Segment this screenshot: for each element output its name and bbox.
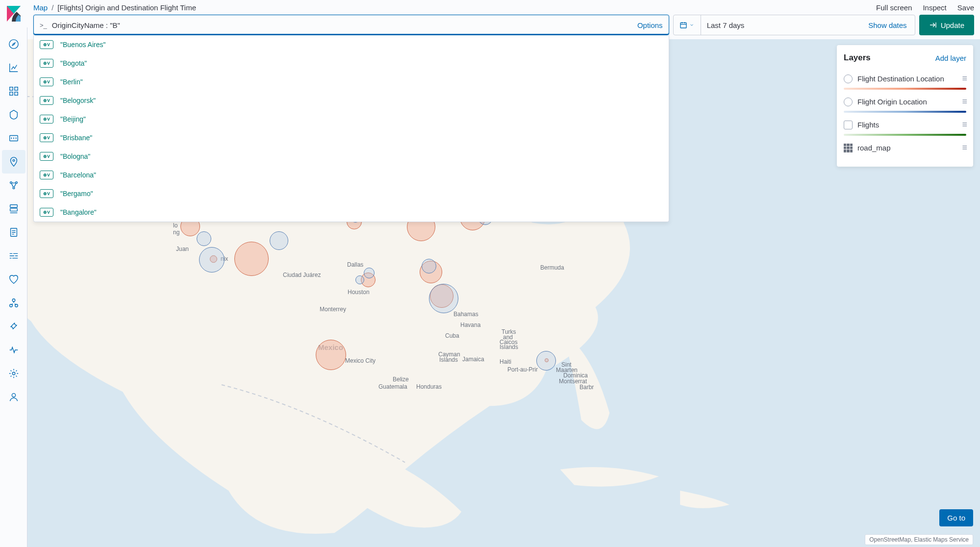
date-range-picker[interactable]: Last 7 days Show dates [673, 15, 915, 35]
fullscreen-button[interactable]: Full screen [876, 3, 912, 12]
show-dates[interactable]: Show dates [860, 21, 914, 29]
map-label: Guatemala [378, 383, 407, 390]
orig-circle[interactable] [536, 351, 556, 371]
svg-rect-10 [10, 205, 17, 208]
suggestion-item[interactable]: ⊕V"Bogota" [34, 54, 669, 73]
svg-rect-4 [14, 92, 17, 95]
kibana-logo[interactable] [0, 0, 27, 27]
suggestion-item[interactable]: ⊕V"Bangalore" [34, 203, 669, 222]
suggestion-item[interactable]: ⊕V"Belogorsk" [34, 91, 669, 110]
drag-handle-icon[interactable]: ≡ [962, 74, 966, 84]
drag-handle-icon[interactable]: ≡ [962, 143, 966, 153]
suggestion-item[interactable]: ⊕V"Berlin" [34, 73, 669, 91]
update-button[interactable]: Update [919, 15, 974, 35]
drag-handle-icon[interactable]: ≡ [962, 120, 966, 130]
nav-monitoring[interactable] [2, 338, 25, 362]
save-button[interactable]: Save [957, 3, 974, 12]
date-range-text: Last 7 days [701, 21, 861, 29]
map-label: Bermuda [540, 264, 564, 271]
layer-item[interactable]: Flights ≡ [844, 116, 966, 134]
goto-button[interactable]: Go to [939, 509, 973, 526]
suggestion-item[interactable]: ⊕V"Brisbane" [34, 128, 669, 147]
suggestion-item[interactable]: ⊕V"Buenos Aires" [34, 35, 669, 54]
suggestion-item[interactable]: ⊕V"Bergamo" [34, 184, 669, 203]
map-label: ng [173, 229, 179, 236]
map-label: Juan [176, 246, 189, 252]
nav-graph[interactable] [2, 174, 25, 197]
nav-discover[interactable] [2, 32, 25, 56]
orig-circle[interactable] [422, 259, 436, 274]
map-attribution: OpenStreetMap, Elastic Maps Service [865, 534, 973, 545]
orig-circle[interactable] [429, 284, 458, 313]
breadcrumb-root[interactable]: Map [33, 3, 48, 12]
layers-panel: Layers Add layer Flight Destination Loca… [837, 45, 973, 167]
dest-circle[interactable] [234, 242, 269, 276]
circle-icon[interactable] [844, 75, 853, 83]
calendar-icon[interactable] [674, 15, 701, 35]
map-label: Jamaica [462, 356, 484, 363]
drag-handle-icon[interactable]: ≡ [962, 97, 966, 107]
breadcrumb: Map / [Flights] Origin and Destination F… [33, 3, 876, 12]
orig-circle[interactable] [197, 231, 211, 246]
nav-user[interactable] [2, 385, 25, 409]
circle-icon[interactable] [844, 98, 853, 106]
map-label: Port-au-Prir [507, 366, 538, 373]
suggestion-item[interactable]: ⊕V"Bologna" [34, 147, 669, 166]
layer-name: Flights [857, 121, 962, 129]
svg-rect-3 [9, 92, 12, 95]
orig-circle[interactable] [199, 247, 225, 273]
map-label: lo [173, 222, 177, 229]
layer-gradient [844, 134, 966, 136]
layer-name: Flight Origin Location [857, 98, 962, 106]
map-label: Maarten [556, 367, 578, 373]
dest-circle[interactable] [316, 340, 346, 370]
nav-uptime[interactable] [2, 268, 25, 291]
svg-point-0 [9, 40, 18, 49]
suggestion-item[interactable]: ⊕V"Beijing" [34, 110, 669, 128]
nav-ml[interactable] [2, 126, 25, 150]
map-label: Islands [439, 356, 458, 363]
layer-name: Flight Destination Location [857, 75, 962, 83]
svg-point-13 [12, 299, 15, 302]
suggestions-dropdown: ⊕V"Buenos Aires" ⊕V"Bogota" ⊕V"Berlin" ⊕… [33, 35, 669, 222]
layer-item[interactable]: Flight Destination Location ≡ [844, 70, 966, 88]
layers-title: Layers [844, 53, 871, 63]
nav-canvas[interactable] [2, 103, 25, 126]
svg-point-17 [12, 394, 15, 397]
nav-apm[interactable] [2, 244, 25, 268]
map-label: Cuba [445, 332, 459, 339]
layer-item[interactable]: Flight Origin Location ≡ [844, 93, 966, 111]
map-label: Belize [393, 376, 409, 383]
query-bar[interactable]: >_ Options [33, 15, 669, 35]
nav-infra[interactable] [2, 197, 25, 221]
nav-maps[interactable] [2, 150, 25, 174]
map-label: Islands [500, 344, 518, 350]
svg-point-9 [13, 187, 15, 189]
orig-circle[interactable] [270, 231, 288, 250]
map-label: Mexico City [345, 357, 376, 364]
svg-rect-2 [14, 87, 17, 90]
svg-point-7 [10, 182, 12, 184]
nav-devtools[interactable] [2, 315, 25, 338]
map-label: Ciudad Juárez [283, 272, 321, 278]
layer-gradient [844, 88, 966, 90]
query-input[interactable] [52, 21, 637, 29]
nav-management[interactable] [2, 362, 25, 385]
grid-icon[interactable] [844, 144, 853, 152]
square-icon[interactable] [844, 121, 853, 129]
map-label: Havana [460, 322, 480, 328]
breadcrumb-current: [Flights] Origin and Destination Flight … [57, 3, 196, 12]
add-layer-button[interactable]: Add layer [935, 54, 966, 62]
nav-logs[interactable] [2, 221, 25, 244]
orig-circle[interactable] [355, 275, 364, 284]
nav-dashboard[interactable] [2, 79, 25, 103]
inspect-button[interactable]: Inspect [923, 3, 946, 12]
nav-visualize[interactable] [2, 56, 25, 79]
map-label: Dallas [347, 261, 363, 268]
layer-item[interactable]: road_map ≡ [844, 139, 966, 157]
query-options[interactable]: Options [637, 21, 663, 29]
nav-siem[interactable] [2, 291, 25, 315]
suggestion-item[interactable]: ⊕V"Barcelona" [34, 166, 669, 184]
layer-gradient [844, 111, 966, 113]
orig-circle[interactable] [364, 268, 375, 278]
